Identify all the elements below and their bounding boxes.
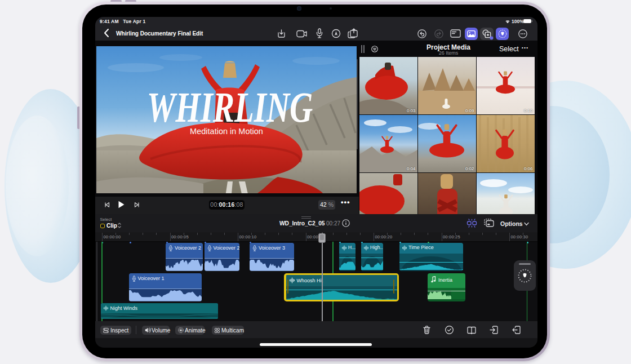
svg-text:Meditation in Motion: Meditation in Motion [190,127,263,136]
svg-text:WHIRLING: WHIRLING [147,83,313,131]
